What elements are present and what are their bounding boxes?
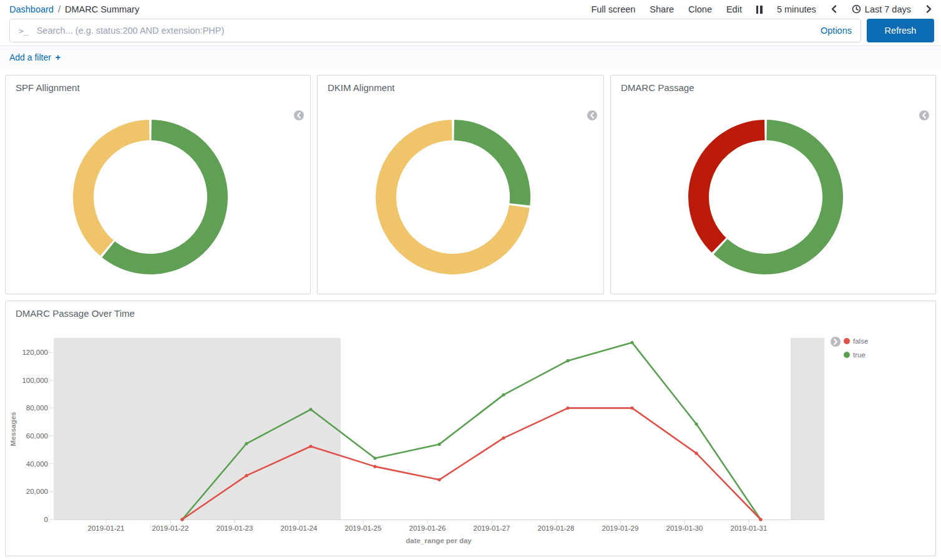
breadcrumb: Dashboard / DMARC Summary (9, 4, 139, 14)
refresh-interval-button[interactable]: 5 minutes (777, 4, 816, 14)
time-back-button[interactable] (831, 5, 837, 13)
svg-text:2019-01-25: 2019-01-25 (345, 524, 382, 532)
chevron-right-icon (833, 339, 838, 345)
panel-title: DKIM Alignment (318, 75, 603, 93)
legend-label: true (853, 351, 865, 359)
clock-icon (852, 4, 861, 14)
svg-text:100,000: 100,000 (22, 377, 48, 384)
panel-dkim-alignment: DKIM Alignment (317, 75, 604, 294)
svg-text:Messages: Messages (9, 412, 17, 447)
legend-dot-false-icon (844, 338, 850, 344)
breadcrumb-separator: / (58, 4, 61, 14)
legend-collapse-button[interactable] (831, 337, 841, 347)
time-range-picker[interactable]: Last 7 days (852, 4, 911, 14)
panel-dmarc-passage-over-time: DMARC Passage Over Time 2019-01-212019-0… (5, 301, 936, 556)
add-filter-label: Add a filter (9, 52, 51, 62)
svg-text:2019-01-24: 2019-01-24 (281, 524, 318, 532)
clone-button[interactable]: Clone (688, 4, 712, 14)
full-screen-button[interactable]: Full screen (591, 4, 635, 14)
legend-item-true[interactable]: true (844, 351, 868, 359)
legend-collapse-button[interactable] (587, 110, 597, 120)
pause-icon (760, 6, 763, 14)
svg-text:120,000: 120,000 (22, 349, 48, 356)
page-title: DMARC Summary (65, 4, 139, 14)
legend-label: false (853, 337, 868, 345)
pause-refresh-button[interactable] (756, 5, 763, 14)
svg-text:40,000: 40,000 (26, 460, 48, 468)
refresh-button[interactable]: Refresh (867, 19, 934, 42)
chart-legend: false true (844, 337, 868, 359)
edit-button[interactable]: Edit (726, 4, 742, 14)
svg-text:60,000: 60,000 (26, 432, 48, 440)
dmarc-over-time-line-chart[interactable]: 2019-01-212019-01-222019-01-232019-01-24… (6, 301, 935, 556)
chevron-left-icon (590, 112, 595, 118)
top-nav-menu: Full screen Share Clone Edit 5 minutes L… (591, 4, 932, 14)
svg-text:0: 0 (44, 516, 48, 523)
legend-collapse-button[interactable] (294, 110, 304, 120)
dmarc-donut-chart[interactable] (688, 119, 844, 278)
time-forward-button[interactable] (925, 5, 932, 13)
svg-text:2019-01-22: 2019-01-22 (152, 524, 189, 532)
search-box[interactable]: >_ Options (9, 19, 861, 42)
panel-title: SPF Allignment (6, 75, 310, 93)
top-nav-bar: Dashboard / DMARC Summary Full screen Sh… (0, 0, 941, 16)
svg-text:2019-01-27: 2019-01-27 (474, 524, 510, 532)
svg-text:2019-01-31: 2019-01-31 (731, 524, 768, 532)
svg-text:2019-01-29: 2019-01-29 (602, 524, 639, 532)
panel-title: DMARC Passage (611, 75, 935, 93)
legend-item-false[interactable]: false (844, 337, 868, 345)
svg-text:20,000: 20,000 (26, 488, 48, 495)
filter-bar: Add a filter + (0, 46, 941, 70)
search-input[interactable] (36, 25, 813, 36)
dashboard-grid: SPF Allignment DKIM Alignment DMARC Pass… (0, 70, 941, 556)
plus-icon: + (56, 52, 61, 62)
console-prompt-icon: >_ (19, 26, 29, 36)
panel-dmarc-passage: DMARC Passage (610, 75, 936, 294)
chevron-left-icon (922, 112, 927, 118)
panel-spf-alignment: SPF Allignment (5, 75, 311, 294)
time-range-label: Last 7 days (865, 4, 911, 14)
chevron-left-icon (831, 5, 837, 13)
legend-dot-true-icon (844, 352, 850, 358)
svg-text:2019-01-30: 2019-01-30 (666, 524, 703, 532)
legend-collapse-button[interactable] (919, 110, 929, 120)
svg-text:80,000: 80,000 (26, 404, 48, 412)
add-filter-button[interactable]: Add a filter + (9, 52, 61, 62)
svg-text:2019-01-28: 2019-01-28 (538, 524, 575, 532)
options-button[interactable]: Options (821, 26, 852, 36)
search-bar-row: >_ Options Refresh (0, 16, 941, 42)
dkim-donut-chart[interactable] (375, 119, 531, 278)
share-button[interactable]: Share (650, 4, 674, 14)
chevron-right-icon (925, 5, 932, 13)
svg-text:2019-01-21: 2019-01-21 (88, 524, 125, 532)
svg-text:date_range per day: date_range per day (406, 537, 472, 544)
pause-icon (756, 6, 759, 14)
breadcrumb-dashboard-link[interactable]: Dashboard (9, 4, 54, 14)
spf-donut-chart[interactable] (72, 119, 228, 278)
svg-text:2019-01-26: 2019-01-26 (409, 524, 446, 532)
svg-text:2019-01-23: 2019-01-23 (217, 524, 253, 532)
chevron-left-icon (296, 112, 301, 118)
